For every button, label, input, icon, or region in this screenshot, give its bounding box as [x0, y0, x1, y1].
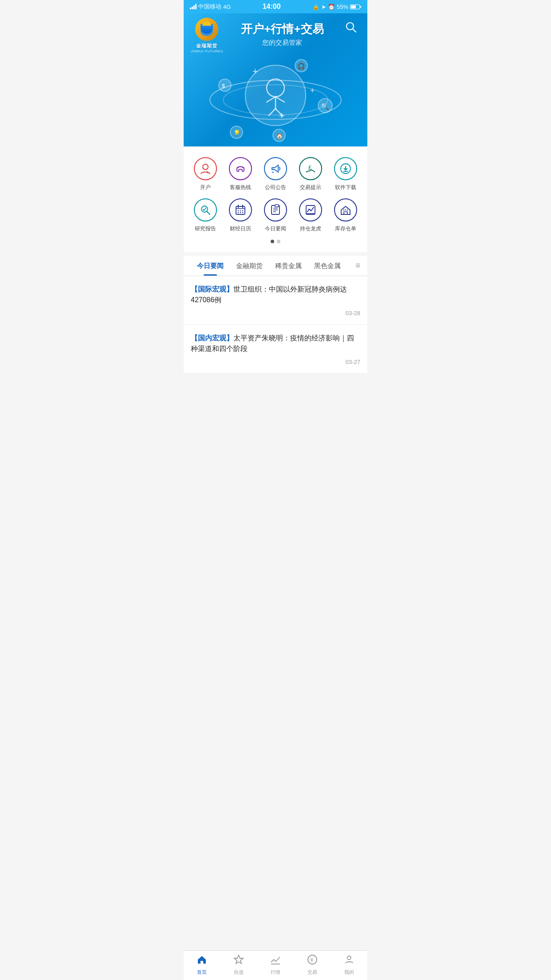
icon-item-kaiku[interactable]: + 开户 — [189, 157, 221, 191]
svg-text:$: $ — [222, 83, 225, 89]
planet-illustration: + 🎧 $ 💡 🏠 🔍 + + — [205, 53, 346, 146]
svg-point-42 — [238, 210, 239, 211]
kaiku-label: 开户 — [200, 184, 211, 191]
lock-icon: 🔒 — [312, 4, 319, 10]
svg-rect-52 — [275, 205, 279, 207]
dot-2[interactable] — [277, 240, 280, 243]
time-label: 14:00 — [263, 3, 281, 11]
news-list: 【国际宏观】世卫组织：中国以外新冠肺炎病例达427086例 03-28 【国内宏… — [184, 276, 367, 374]
svg-text:💡: 💡 — [233, 129, 241, 137]
icon-item-kefu[interactable]: 客服热线 — [224, 157, 256, 191]
svg-point-56 — [343, 209, 344, 210]
alarm-icon: ⏰ — [328, 4, 335, 10]
svg-point-45 — [238, 212, 239, 213]
news-date-2: 03-27 — [191, 359, 360, 365]
logo-icon — [195, 18, 218, 41]
header-sub-title: 您的交易管家 — [262, 39, 302, 47]
icon-item-chizang[interactable]: 持仓龙虎 — [295, 198, 327, 233]
ruanjian-icon — [334, 157, 357, 180]
news-item-2[interactable]: 【国内宏观】太平资产朱晓明：疫情的经济影响｜四种渠道和四个阶段 03-27 — [184, 325, 367, 374]
icon-item-caijing[interactable]: 财经日历 — [224, 198, 256, 233]
logo-area: 金瑞期货 JINRUI FUTURES — [191, 18, 223, 53]
tab-jinrong-qihuo[interactable]: 金融期货 — [230, 256, 269, 276]
gonggao-label: 公司公告 — [265, 184, 286, 191]
chizang-icon — [299, 198, 322, 221]
svg-text:+: + — [252, 66, 258, 77]
icon-item-yanjiu[interactable]: 研究报告 — [189, 198, 221, 233]
tab-jinri-yaowen[interactable]: 今日要闻 — [191, 256, 230, 276]
svg-point-60 — [346, 208, 347, 209]
header-main-title: 开户+行情+交易 — [241, 21, 323, 37]
kefu-label: 客服热线 — [230, 184, 251, 191]
jiaoyitishi-icon: £ — [299, 157, 322, 180]
icons-row-1: + 开户 客服热线 公司公告 — [184, 154, 367, 195]
svg-text:🎧: 🎧 — [297, 63, 305, 70]
header-title-area: 开户+行情+交易 您的交易管家 — [223, 18, 342, 47]
jinri-icon — [264, 198, 287, 221]
svg-point-29 — [203, 164, 208, 170]
caijing-label: 财经日历 — [230, 225, 251, 233]
tab-xigui-jinshu[interactable]: 稀贵金属 — [269, 256, 308, 276]
battery-icon — [350, 4, 361, 9]
tab-more-button[interactable]: ≡ — [355, 261, 360, 270]
status-right: 🔒 ➤ ⏰ 55% — [312, 4, 361, 10]
news-tabs: 今日要闻 金融期货 稀贵金属 黑色金属 ≡ — [184, 256, 367, 276]
carrier-label: 中国移动 — [198, 3, 221, 11]
svg-line-6 — [353, 29, 356, 32]
jinri-label: 今日要闻 — [265, 225, 286, 233]
header-banner: 金瑞期货 JINRUI FUTURES 开户+行情+交易 您的交易管家 — [184, 13, 367, 146]
ruanjian-label: 软件下载 — [335, 184, 356, 191]
status-left: 中国移动 4G — [190, 3, 231, 11]
kucun-icon — [334, 198, 357, 221]
icons-row-2: 研究报告 财经日历 — [184, 195, 367, 236]
svg-point-3 — [206, 24, 213, 30]
news-tag-2: 【国内宏观】 — [191, 334, 233, 342]
svg-point-0 — [195, 18, 218, 41]
svg-point-1 — [201, 26, 213, 36]
caijing-icon — [229, 198, 252, 221]
yanjiu-label: 研究报告 — [195, 225, 216, 233]
icon-item-jinri[interactable]: 今日要闻 — [260, 198, 291, 233]
svg-point-58 — [346, 209, 347, 210]
svg-point-57 — [345, 209, 346, 210]
jiaoyitishi-label: 交易提示 — [300, 184, 321, 191]
svg-line-37 — [207, 211, 210, 214]
logo-text-cn: 金瑞期货 — [196, 43, 217, 49]
location-icon: ➤ — [321, 4, 326, 10]
gonggao-icon — [264, 157, 287, 180]
svg-text:🔍: 🔍 — [321, 103, 329, 111]
status-bar: 中国移动 4G 14:00 🔒 ➤ ⏰ 55% — [184, 0, 367, 13]
kaiku-icon: + — [194, 157, 217, 180]
kucun-label: 库存仓单 — [335, 225, 356, 233]
svg-text:+: + — [279, 110, 285, 121]
network-label: 4G — [223, 4, 231, 10]
news-item-1[interactable]: 【国际宏观】世卫组织：中国以外新冠肺炎病例达427086例 03-28 — [184, 276, 367, 325]
svg-point-43 — [240, 210, 241, 211]
svg-point-47 — [242, 212, 243, 213]
svg-point-2 — [200, 24, 209, 32]
icon-item-ruanjian[interactable]: 软件下载 — [330, 157, 362, 191]
news-title-2: 【国内宏观】太平资产朱晓明：疫情的经济影响｜四种渠道和四个阶段 — [191, 333, 360, 354]
icon-item-jiaoyitishi[interactable]: £ 交易提示 — [295, 157, 327, 191]
svg-point-59 — [343, 208, 344, 209]
svg-text:+: + — [206, 170, 209, 175]
icon-item-kucun[interactable]: 库存仓单 — [330, 198, 362, 233]
signal-icon — [190, 4, 197, 9]
yanjiu-icon — [194, 198, 217, 221]
svg-point-4 — [205, 24, 209, 28]
news-title-1: 【国际宏观】世卫组织：中国以外新冠肺炎病例达427086例 — [191, 284, 360, 305]
page-dots — [184, 236, 367, 249]
battery-label: 55% — [337, 4, 348, 10]
svg-point-46 — [240, 212, 241, 213]
news-date-1: 03-28 — [191, 310, 360, 316]
icon-item-gonggao[interactable]: 公司公告 — [260, 157, 291, 191]
tab-heise-jinshu[interactable]: 黑色金属 — [308, 256, 347, 276]
chizang-label: 持仓龙虎 — [300, 225, 321, 233]
dot-1[interactable] — [271, 240, 274, 243]
search-button[interactable] — [342, 18, 360, 39]
svg-text:+: + — [310, 86, 315, 95]
kefu-icon — [229, 157, 252, 180]
tabs-row: 今日要闻 金融期货 稀贵金属 黑色金属 ≡ — [184, 256, 367, 276]
logo-text-en: JINRUI FUTURES — [191, 49, 223, 53]
svg-point-44 — [242, 210, 243, 211]
